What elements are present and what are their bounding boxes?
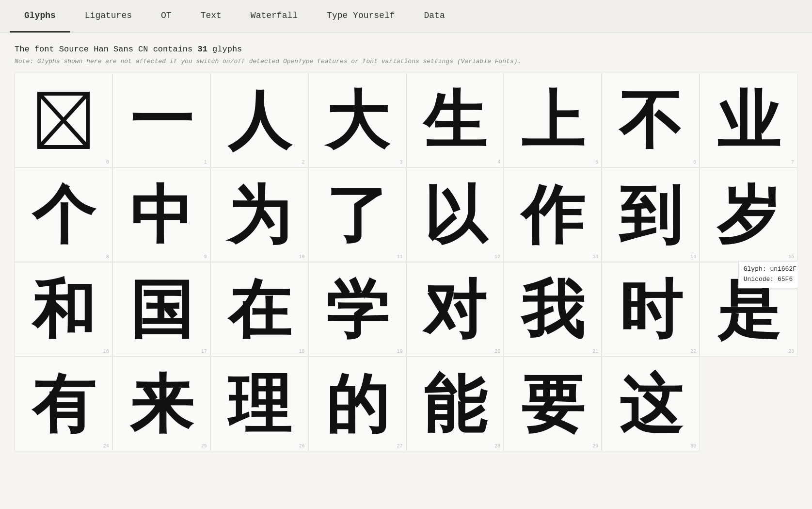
font-info: The font Source Han Sans CN contains 31 … — [15, 45, 797, 54]
glyph-count: 31 — [197, 45, 207, 54]
glyph-character: 作 — [521, 183, 584, 246]
glyph-cell[interactable]: 对 — [406, 262, 504, 357]
glyph-character: 上 — [521, 89, 584, 152]
glyph-character: 为 — [228, 183, 291, 246]
main-content: The font Source Han Sans CN contains 31 … — [0, 33, 812, 451]
glyph-character: 是 — [717, 278, 780, 341]
glyph-cell[interactable]: 国 — [112, 262, 210, 357]
glyph-cell[interactable]: 理 — [210, 357, 308, 451]
glyph-cell[interactable]: 到 — [602, 167, 700, 262]
glyph-character: 大 — [326, 89, 389, 152]
glyph-cell[interactable]: 学 — [308, 262, 406, 357]
nav-tabs: GlyphsLigaturesOTTextWaterfallType Yours… — [0, 0, 812, 33]
glyph-character: 来 — [130, 373, 193, 436]
tab-ot[interactable]: OT — [146, 0, 186, 33]
glyph-character: 中 — [130, 183, 193, 246]
glyph-character: 时 — [619, 278, 682, 341]
tab-type-yourself[interactable]: Type Yourself — [312, 0, 409, 33]
glyph-character: 业 — [717, 89, 780, 152]
glyph-character: 人 — [228, 89, 291, 152]
glyph-character: 和 — [32, 278, 95, 341]
glyph-character: 要 — [521, 373, 584, 436]
glyph-character: 我 — [521, 278, 584, 341]
glyph-character: 理 — [228, 373, 291, 436]
glyph-cell[interactable] — [15, 73, 112, 167]
glyph-cell[interactable]: 上 — [504, 73, 602, 167]
glyph-cell[interactable]: 有 — [15, 357, 112, 451]
glyph-cell[interactable]: 在 — [210, 262, 308, 357]
tab-text[interactable]: Text — [186, 0, 236, 33]
glyph-cell[interactable]: 要 — [504, 357, 602, 451]
notdef-icon — [34, 89, 93, 152]
tab-waterfall[interactable]: Waterfall — [236, 0, 312, 33]
glyph-character: 的 — [326, 373, 389, 436]
font-info-prefix: The font Source Han Sans CN contains — [15, 45, 197, 54]
glyph-character: 不 — [619, 89, 682, 152]
glyph-cell[interactable]: 大 — [308, 73, 406, 167]
glyph-cell[interactable]: 个 — [15, 167, 112, 262]
glyph-cell[interactable]: 不 — [602, 73, 700, 167]
glyph-grid: 一人大生上不业个中为了以作到岁 Glyph: uni662F Unicode: … — [15, 73, 797, 451]
glyph-cell[interactable]: 为 — [210, 167, 308, 262]
glyph-cell[interactable]: 我 — [504, 262, 602, 357]
glyph-character: 个 — [32, 183, 95, 246]
glyph-cell[interactable]: 业 — [700, 73, 797, 167]
glyph-cell[interactable]: 了 — [308, 167, 406, 262]
glyph-character: 生 — [423, 89, 486, 152]
glyph-cell[interactable]: 一 — [112, 73, 210, 167]
glyph-character: 对 — [423, 278, 486, 341]
glyph-character: 一 — [130, 89, 193, 152]
glyph-character: 这 — [619, 373, 682, 436]
glyph-cell[interactable]: 时 — [602, 262, 700, 357]
note-text: Note: Glyphs shown here are not affected… — [15, 58, 797, 65]
glyph-character: 以 — [423, 183, 486, 246]
glyph-character: 岁 — [717, 183, 780, 246]
glyph-cell[interactable]: 中 — [112, 167, 210, 262]
tab-ligatures[interactable]: Ligatures — [70, 0, 146, 33]
glyph-cell[interactable]: 是 — [700, 262, 797, 357]
glyph-character: 能 — [423, 373, 486, 436]
glyph-cell[interactable]: 作 — [504, 167, 602, 262]
glyph-cell[interactable]: 岁 Glyph: uni662F Unicode: 65F6 — [700, 167, 797, 262]
glyph-cell[interactable]: 的 — [308, 357, 406, 451]
glyph-character: 学 — [326, 278, 389, 341]
glyph-cell[interactable]: 和 — [15, 262, 112, 357]
glyph-cell[interactable]: 生 — [406, 73, 504, 167]
glyph-character: 了 — [326, 183, 389, 246]
tab-glyphs[interactable]: Glyphs — [10, 0, 70, 33]
glyph-character: 有 — [32, 373, 95, 436]
glyph-cell[interactable]: 来 — [112, 357, 210, 451]
glyph-cell[interactable]: 以 — [406, 167, 504, 262]
glyph-cell[interactable]: 人 — [210, 73, 308, 167]
tab-data[interactable]: Data — [410, 0, 460, 33]
glyph-character: 在 — [228, 278, 291, 341]
glyph-cell[interactable]: 这 — [602, 357, 700, 451]
glyph-character: 国 — [130, 278, 193, 341]
glyph-cell[interactable]: 能 — [406, 357, 504, 451]
glyph-character: 到 — [619, 183, 682, 246]
font-info-suffix: glyphs — [207, 45, 242, 54]
glyph-grid-wrapper: 一人大生上不业个中为了以作到岁 Glyph: uni662F Unicode: … — [15, 73, 797, 451]
